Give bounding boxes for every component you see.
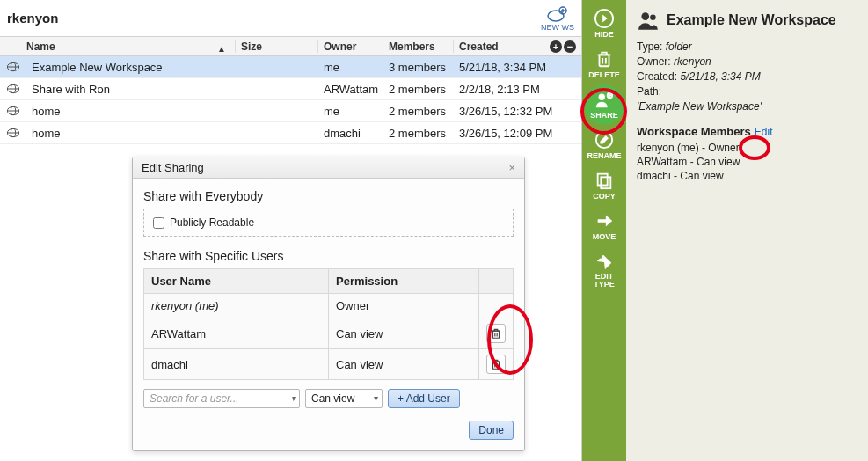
svg-point-29 [650,15,656,21]
member-line: ARWattam - Can view [637,156,857,168]
rows-container: Example New Workspaceme3 members5/21/18,… [0,56,581,144]
details-title: Example New Workspace [667,12,836,28]
share-everybody-title: Share with Everybody [143,189,514,203]
group-icon [637,9,660,32]
action-strip: HIDE DELETE SHARE RENAME COPY MOVE EDIT … [582,0,626,461]
svg-point-20 [599,94,605,100]
share-user-row: ARWattamCan view [144,318,514,349]
details-pane: Example New Workspace Type: folder Owner… [626,0,868,461]
share-col-user: User Name [144,269,329,294]
dialog-title: Edit Sharing [142,161,204,174]
publicly-readable-row[interactable]: Publicly Readable [143,209,514,237]
workspace-icon [0,126,26,140]
close-icon[interactable]: × [508,161,515,174]
member-line: rkenyon (me) - Owner [637,142,857,154]
chevron-down-icon: ▾ [291,393,295,403]
minus-icon[interactable]: − [564,40,576,53]
svg-rect-25 [598,174,608,186]
share-user-row: rkenyon (me)Owner [144,294,514,318]
edit-members-link[interactable]: Edit [755,126,773,138]
delete-button[interactable]: DELETE [584,44,624,84]
col-name-header[interactable]: Name ▲ [0,40,236,53]
permission-select[interactable]: Can view ▾ [305,389,383,408]
svg-point-28 [641,12,649,20]
user-search-input[interactable]: Search for a user... ▾ [143,389,300,408]
members-heading: Workspace Members Edit [637,125,857,138]
workspace-icon [0,82,26,96]
share-button[interactable]: SHARE [584,84,624,125]
svg-rect-17 [493,362,500,369]
remove-user-button[interactable] [486,355,506,374]
move-button[interactable]: MOVE [584,206,624,246]
share-users-table: User Name Permission rkenyon (me)OwnerAR… [143,268,514,380]
remove-user-button[interactable] [486,324,506,343]
add-user-button[interactable]: + Add User [388,389,460,408]
page-title: rkenyon [7,11,541,26]
workspace-icon [0,60,26,74]
col-created-header[interactable]: Created + − [454,40,581,53]
copy-button[interactable]: COPY [584,165,624,206]
col-members-header[interactable]: Members [383,40,454,53]
share-user-row: dmachiCan view [144,349,514,380]
add-user-row: Search for a user... ▾ Can view ▾ + Add … [143,389,514,408]
publicly-readable-checkbox[interactable] [153,217,164,229]
hide-button[interactable]: HIDE [584,4,624,44]
svg-rect-19 [600,55,609,66]
plus-icon[interactable]: + [550,40,562,53]
workspace-list-pane: rkenyon NEW WS Name ▲ Size Owner Members… [0,0,582,461]
new-workspace-button[interactable]: NEW WS [541,5,574,32]
table-row[interactable]: Example New Workspaceme3 members5/21/18,… [0,56,581,78]
edit-sharing-dialog: Edit Sharing × Share with Everybody Publ… [132,157,525,451]
sort-asc-icon: ▲ [217,44,226,54]
new-workspace-label: NEW WS [541,23,574,32]
table-row[interactable]: Share with RonARWattam2 members2/2/18, 2… [0,78,581,100]
svg-rect-26 [601,177,610,188]
table-row[interactable]: homeme2 members3/26/15, 12:32 PM [0,100,581,122]
rename-button[interactable]: RENAME [584,125,624,165]
svg-point-27 [600,256,602,259]
share-specific-title: Share with Specific Users [143,249,514,263]
table-row[interactable]: homedmachi2 members3/26/15, 12:09 PM [0,122,581,144]
dialog-header: Edit Sharing × [133,157,524,179]
col-owner-header[interactable]: Owner [318,40,383,53]
done-button[interactable]: Done [469,421,514,440]
edit-type-button[interactable]: EDIT TYPE [584,246,624,294]
dialog-body: Share with Everybody Publicly Readable S… [133,179,524,450]
member-line: dmachi - Can view [637,170,857,182]
main-header: rkenyon NEW WS [0,0,581,37]
column-headers: Name ▲ Size Owner Members Created + − [0,37,581,56]
workspace-icon [0,104,26,118]
col-size-header[interactable]: Size [236,40,318,53]
publicly-readable-label: Publicly Readable [170,216,254,229]
svg-point-0 [548,11,564,21]
svg-rect-16 [493,331,500,338]
share-col-actions [479,269,514,294]
share-col-perm: Permission [329,269,479,294]
chevron-down-icon: ▾ [374,393,378,403]
